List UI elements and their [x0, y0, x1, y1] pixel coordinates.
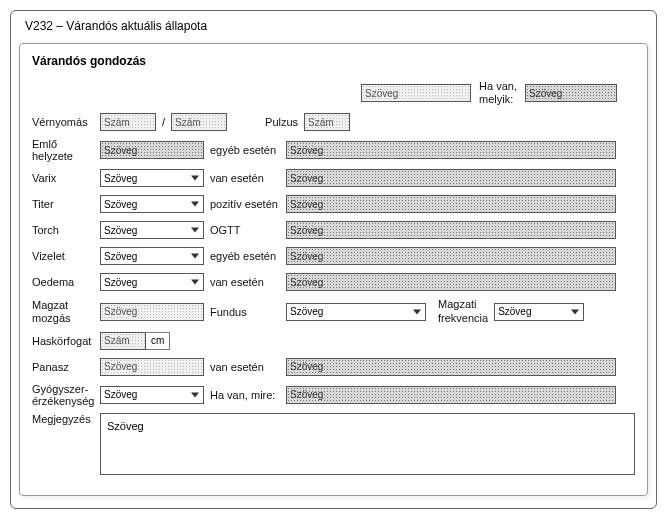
label-pozitiv-eseten: pozitív esetén [204, 198, 286, 210]
label-gyogyszer: Gyógyszer- érzékenység [32, 383, 100, 407]
haskorfogat-value[interactable]: Szám [100, 332, 146, 350]
label-haskorfogat: Haskörfogat [32, 335, 100, 347]
label-pulzus: Pulzus [265, 116, 298, 128]
vernyomas-sys[interactable]: Szám [100, 113, 156, 131]
oedema-select[interactable]: Szöveg [100, 273, 204, 291]
label-egyeb-eseten-2: egyéb esetén [204, 250, 286, 262]
label-van-eseten-2: van esetén [204, 276, 286, 288]
varix-van[interactable]: Szöveg [286, 169, 616, 187]
label-havan-melyik: Ha van, melyik: [479, 80, 517, 106]
label-torch: Torch [32, 224, 100, 236]
label-megjegyzes: Megjegyzés [32, 413, 100, 425]
label-magzati-frekvencia: Magzati frekvencia [438, 298, 488, 324]
label-vizelet: Vizelet [32, 250, 100, 262]
gyogyszer-mire[interactable]: Szöveg [286, 386, 616, 404]
megjegyzes-textarea[interactable]: Szöveg [100, 413, 635, 475]
gyogyszer-select[interactable]: Szöveg [100, 386, 204, 404]
panasz-value[interactable]: Szöveg [100, 358, 204, 376]
label-van-eseten-3: van esetén [204, 361, 286, 373]
ogtt-value[interactable]: Szöveg [286, 221, 616, 239]
label-fundus: Fundus [204, 306, 286, 318]
label-emlo: Emlő helyzete [32, 138, 100, 162]
slash: / [162, 116, 165, 128]
panasz-van[interactable]: Szöveg [286, 358, 616, 376]
emlo-egyeb[interactable]: Szöveg [286, 141, 616, 159]
titer-select[interactable]: Szöveg [100, 195, 204, 213]
window-card: V232 – Várandós aktuális állapota Várand… [10, 10, 657, 509]
vizelet-select[interactable]: Szöveg [100, 247, 204, 265]
oedema-van[interactable]: Szöveg [286, 273, 616, 291]
unit-cm: cm [146, 332, 170, 350]
varix-select[interactable]: Szöveg [100, 169, 204, 187]
label-panasz: Panasz [32, 361, 100, 373]
emlo-value[interactable]: Szöveg [100, 141, 204, 159]
label-havan-mire: Ha van, mire: [204, 389, 286, 401]
label-magzat-mozgas: Magzat mozgás [32, 299, 100, 323]
label-ogtt: OGTT [204, 224, 286, 236]
magzati-frekvencia-select[interactable]: Szöveg [494, 303, 584, 321]
label-van-eseten-1: van esetén [204, 172, 286, 184]
havan-melyik-value[interactable]: Szöveg [525, 84, 617, 102]
vizelet-egyeb[interactable]: Szöveg [286, 247, 616, 265]
label-oedema: Oedema [32, 276, 100, 288]
torch-select[interactable]: Szöveg [100, 221, 204, 239]
titer-pozitiv[interactable]: Szöveg [286, 195, 616, 213]
label-egyeb-eseten-1: egyéb esetén [204, 144, 286, 156]
panel-title: Várandós gondozás [32, 54, 635, 68]
panel-varandos-gondozas: Várandós gondozás Szöveg Ha van, melyik:… [19, 43, 648, 496]
magzat-mozgas-value[interactable]: Szöveg [100, 303, 204, 321]
window-title: V232 – Várandós aktuális állapota [25, 19, 648, 33]
label-titer: Titer [32, 198, 100, 210]
pulzus-value[interactable]: Szám [304, 113, 350, 131]
label-varix: Varix [32, 172, 100, 184]
top-status-field[interactable]: Szöveg [361, 84, 471, 102]
vernyomas-dia[interactable]: Szám [171, 113, 227, 131]
fundus-select[interactable]: Szöveg [286, 303, 426, 321]
label-vernyomas: Vérnyomás [32, 116, 100, 128]
